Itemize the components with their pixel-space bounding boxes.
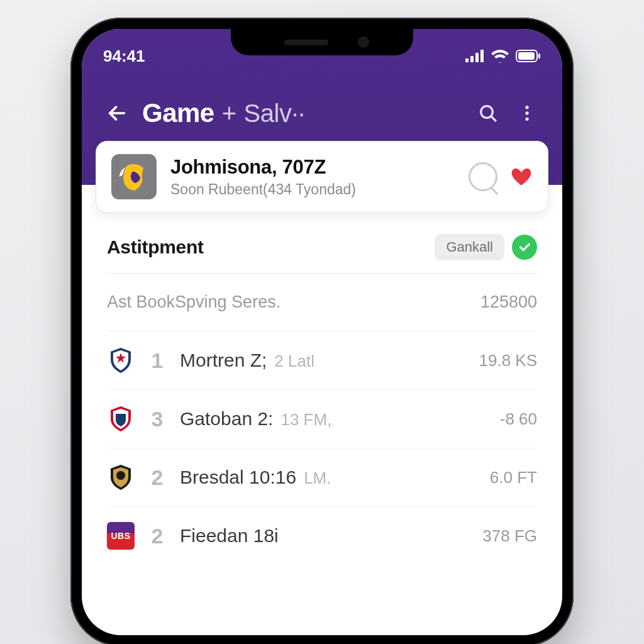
svg-rect-3 xyxy=(480,50,484,62)
notch xyxy=(231,29,413,55)
svg-point-12 xyxy=(525,118,528,121)
title-connector: + xyxy=(222,99,236,128)
status-time: 94:41 xyxy=(103,47,145,66)
filter-chip[interactable]: Gankall xyxy=(435,234,504,260)
svg-rect-6 xyxy=(538,53,540,58)
hero-card-title: Johmisona, 707Z xyxy=(170,156,455,179)
list-item-suffix: LM. xyxy=(304,469,331,488)
back-button[interactable] xyxy=(103,99,131,127)
search-icon xyxy=(478,103,498,123)
list-item-name: Fieedan 18i xyxy=(180,525,279,547)
main-section: Astitpment Gankall Ast BookSpving Seres.… xyxy=(82,213,562,565)
hero-card-subtitle: Soon Rubeent(434 Tyondad) xyxy=(170,181,455,198)
more-button[interactable] xyxy=(513,99,541,127)
star-shield-icon xyxy=(107,347,135,374)
arrow-left-icon xyxy=(106,103,128,124)
favorite-button[interactable] xyxy=(510,165,533,188)
hero-card-wrap: Johmisona, 707Z Soon Rubeent(434 Tyondad… xyxy=(82,141,562,213)
list-item-name: Mortren Z; xyxy=(180,350,267,371)
svg-rect-5 xyxy=(518,52,535,60)
team-avatar xyxy=(111,154,157,199)
card-search-button[interactable] xyxy=(469,162,497,191)
nfl-shield-icon xyxy=(107,405,135,433)
svg-rect-2 xyxy=(475,53,479,62)
vikings-icon xyxy=(117,160,151,194)
page-title: Game + Salv·· xyxy=(142,98,463,128)
list-rank: 1 xyxy=(148,348,166,373)
list-item[interactable]: UBS 2 Fieedan 18i 378 FG xyxy=(107,507,537,565)
svg-rect-1 xyxy=(470,56,474,62)
section-title: Astitpment xyxy=(107,236,204,258)
svg-line-9 xyxy=(491,116,496,121)
more-vertical-icon xyxy=(518,103,536,123)
list-item-value: 378 FG xyxy=(482,526,537,546)
subheader-value: 125800 xyxy=(480,292,537,312)
title-secondary: Salv·· xyxy=(244,99,305,128)
screen: 94:41 Game + Salv·· xyxy=(82,29,562,635)
battery-icon xyxy=(516,50,541,62)
list-item-suffix: 13 FM, xyxy=(280,410,331,430)
list-rank: 2 xyxy=(148,465,166,490)
section-header: Astitpment Gankall xyxy=(107,234,537,274)
hero-card-actions xyxy=(469,162,533,191)
search-button[interactable] xyxy=(474,99,502,127)
list-item[interactable]: 1 Mortren Z; 2 Latl 19.8 KS xyxy=(107,331,537,390)
hero-card[interactable]: Johmisona, 707Z Soon Rubeent(434 Tyondad… xyxy=(96,141,548,213)
list-item-name: Gatoban 2: xyxy=(180,408,273,430)
list-item[interactable]: 3 Gatoban 2: 13 FM, -8 60 xyxy=(107,390,537,448)
phone-frame: 94:41 Game + Salv·· xyxy=(70,18,574,644)
list-rank: 2 xyxy=(148,524,166,548)
svg-rect-0 xyxy=(465,58,469,62)
nav-bar: Game + Salv·· xyxy=(103,98,541,128)
svg-point-10 xyxy=(525,106,528,109)
list-item-suffix: 2 Latl xyxy=(274,352,314,371)
list-item-value: -8 60 xyxy=(500,409,537,429)
status-indicators xyxy=(465,49,541,63)
cellular-icon xyxy=(465,50,484,62)
svg-point-11 xyxy=(525,111,528,114)
filter-check[interactable] xyxy=(512,235,537,260)
subheader-label: Ast BookSpving Seres. xyxy=(107,292,280,312)
list-rank: 3 xyxy=(148,407,166,431)
title-primary: Game xyxy=(142,98,214,128)
badge-icon xyxy=(107,464,135,491)
ubs-icon: UBS xyxy=(107,522,135,550)
section-subheader: Ast BookSpving Seres. 125800 xyxy=(107,274,537,331)
list-item-name: Bresdal 10:16 xyxy=(180,467,296,488)
hero-card-text: Johmisona, 707Z Soon Rubeent(434 Tyondad… xyxy=(170,156,455,198)
list-item-value: 19.8 KS xyxy=(479,351,537,370)
wifi-icon xyxy=(491,49,509,63)
section-filter: Gankall xyxy=(435,234,537,260)
list-item[interactable]: 2 Bresdal 10:16 LM. 6.0 FT xyxy=(107,448,537,507)
check-icon xyxy=(518,240,531,254)
list-item-value: 6.0 FT xyxy=(490,468,537,487)
